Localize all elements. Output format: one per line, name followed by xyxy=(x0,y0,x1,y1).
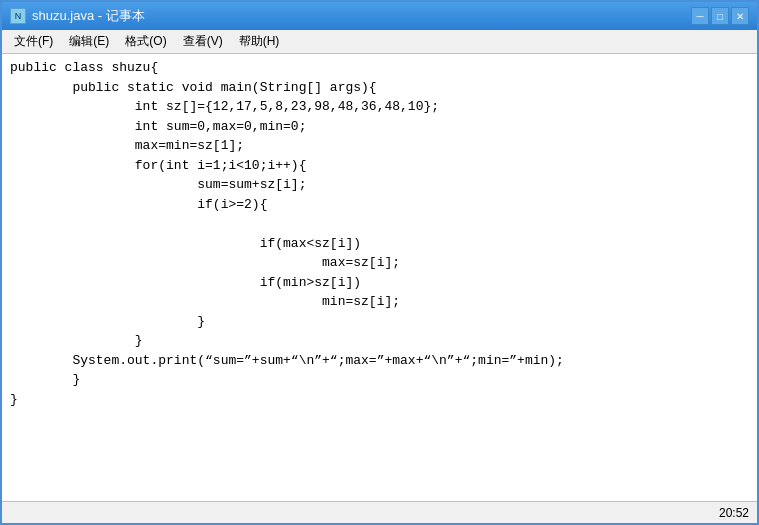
maximize-button[interactable]: □ xyxy=(711,7,729,25)
main-window: N shuzu.java - 记事本 ─ □ ✕ 文件(F) 编辑(E) 格式(… xyxy=(0,0,759,525)
minimize-button[interactable]: ─ xyxy=(691,7,709,25)
text-editor[interactable]: public class shuzu{ public static void m… xyxy=(2,54,757,501)
menu-edit[interactable]: 编辑(E) xyxy=(61,31,117,52)
menu-bar: 文件(F) 编辑(E) 格式(O) 查看(V) 帮助(H) xyxy=(2,30,757,54)
close-button[interactable]: ✕ xyxy=(731,7,749,25)
menu-help[interactable]: 帮助(H) xyxy=(231,31,288,52)
menu-format[interactable]: 格式(O) xyxy=(117,31,174,52)
title-bar: N shuzu.java - 记事本 ─ □ ✕ xyxy=(2,2,757,30)
menu-view[interactable]: 查看(V) xyxy=(175,31,231,52)
title-bar-left: N shuzu.java - 记事本 xyxy=(10,7,145,25)
status-bar: 20:52 xyxy=(2,501,757,523)
app-icon: N xyxy=(10,8,26,24)
title-controls: ─ □ ✕ xyxy=(691,7,749,25)
status-time: 20:52 xyxy=(719,506,749,520)
menu-file[interactable]: 文件(F) xyxy=(6,31,61,52)
window-title: shuzu.java - 记事本 xyxy=(32,7,145,25)
